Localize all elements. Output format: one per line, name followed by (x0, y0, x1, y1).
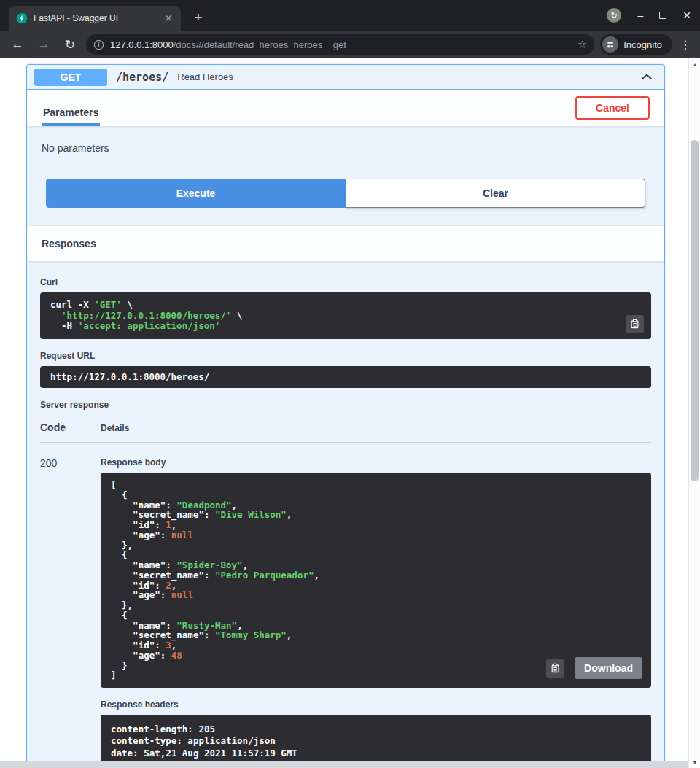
incognito-badge: Incognito (600, 34, 672, 55)
response-body-label: Response body (101, 457, 651, 468)
copy-curl-button[interactable] (626, 315, 644, 333)
details-column-header: Details (101, 423, 129, 433)
response-details: Response body [ { "name": "Deadpond", "s… (101, 457, 651, 768)
download-button[interactable]: Download (575, 657, 642, 679)
tab-strip: FastAPI - Swagger UI ✕ + ↻ – ✕ (0, 0, 700, 31)
response-headers-label: Response headers (101, 699, 651, 710)
curl-command: curl -X 'GET' \ 'http://127.0.0.1:8000/h… (50, 300, 641, 332)
window-controls: ↻ – ✕ (607, 0, 691, 31)
response-body-actions: Download (546, 657, 642, 679)
curl-label: Curl (40, 277, 651, 287)
incognito-icon (602, 36, 618, 53)
tab-close-icon[interactable]: ✕ (162, 12, 175, 25)
operation-summary[interactable]: GET /heroes/ Read Heroes (27, 65, 664, 90)
window-close-icon[interactable]: ✕ (682, 10, 691, 20)
site-info-icon[interactable] (93, 39, 104, 50)
tab-parameters[interactable]: Parameters (42, 106, 100, 126)
response-body-block: [ { "name": "Deadpond", "secret_name": "… (101, 473, 651, 688)
scroll-up-icon[interactable]: ▲ (689, 58, 700, 70)
reload-icon[interactable]: ↻ (60, 34, 80, 55)
response-body-json: [ { "name": "Deadpond", "secret_name": "… (111, 480, 641, 680)
browser-tab[interactable]: FastAPI - Swagger UI ✕ (9, 6, 181, 31)
browser-update-icon[interactable]: ↻ (607, 8, 621, 23)
request-url-value: http://127.0.0.1:8000/heroes/ (50, 372, 641, 383)
server-response-table-header: Code Details (40, 413, 651, 443)
new-tab-button[interactable]: + (190, 9, 207, 26)
back-icon[interactable]: ← (7, 34, 28, 55)
browser-menu-icon[interactable]: ⋮ (678, 38, 693, 52)
status-code: 200 (40, 457, 101, 768)
copy-response-button[interactable] (546, 659, 564, 678)
browser-toolbar: ← → ↻ 127.0.0.1:8000/docs#/default/read_… (0, 31, 700, 58)
responses-body: Curl curl -X 'GET' \ 'http://127.0.0.1:8… (27, 261, 664, 768)
page-content: GET /heroes/ Read Heroes Parameters Canc… (0, 58, 700, 768)
server-response-label: Server response (40, 400, 651, 410)
address-bar[interactable]: 127.0.0.1:8000/docs#/default/read_heroes… (86, 34, 594, 55)
fastapi-favicon-icon (16, 12, 28, 24)
request-url-label: Request URL (40, 351, 651, 361)
operation-path: /heroes/ (116, 71, 168, 84)
forward-icon[interactable]: → (34, 34, 54, 55)
operation-summary-text: Read Heroes (177, 71, 233, 82)
code-column-header: Code (40, 422, 101, 433)
bottom-scroll-strip (0, 761, 688, 768)
chevron-up-icon[interactable] (638, 71, 656, 83)
bookmark-star-icon[interactable]: ☆ (578, 38, 587, 51)
browser-window: FastAPI - Swagger UI ✕ + ↻ – ✕ ← → ↻ 127… (0, 0, 700, 768)
request-url-block: http://127.0.0.1:8000/heroes/ (40, 366, 651, 389)
responses-header: Responses (27, 225, 664, 261)
scroll-down-icon[interactable]: ▼ (689, 756, 700, 768)
execute-button[interactable]: Execute (46, 179, 346, 208)
clear-button[interactable]: Clear (346, 179, 645, 208)
response-headers-block: content-length: 205 content-type: applic… (101, 715, 651, 768)
url-path: /docs#/default/read_heroes_heroes__get (174, 39, 346, 50)
url-text[interactable]: 127.0.0.1:8000/docs#/default/read_heroes… (110, 39, 572, 50)
maximize-icon[interactable] (659, 12, 666, 19)
parameters-body: No parameters (27, 126, 664, 154)
minimize-icon[interactable]: – (637, 10, 643, 20)
scrollbar-thumb[interactable] (691, 140, 699, 481)
opblock-get-heroes: GET /heroes/ Read Heroes Parameters Canc… (26, 64, 665, 768)
url-host: 127.0.0.1:8000 (110, 39, 174, 50)
parameters-header: Parameters Cancel (27, 90, 664, 126)
no-parameters-text: No parameters (42, 142, 109, 154)
http-method-badge: GET (34, 69, 107, 86)
server-response-row: 200 Response body [ { "name": "Deadpond"… (40, 443, 651, 768)
incognito-label: Incognito (623, 39, 662, 50)
execute-row: Execute Clear (27, 154, 664, 225)
tab-title: FastAPI - Swagger UI (34, 13, 156, 23)
vertical-scrollbar[interactable]: ▲ ▼ (688, 58, 700, 768)
curl-block: curl -X 'GET' \ 'http://127.0.0.1:8000/h… (40, 292, 651, 339)
cancel-button[interactable]: Cancel (575, 96, 650, 120)
